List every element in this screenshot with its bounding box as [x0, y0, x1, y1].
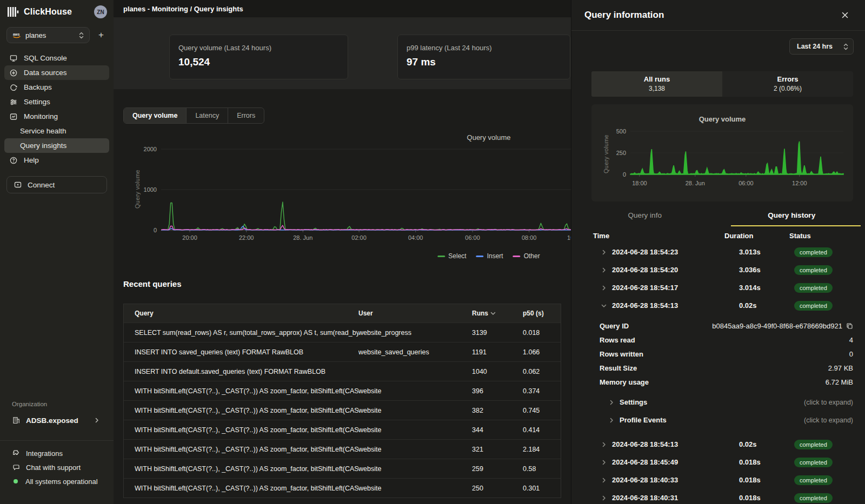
chevron-right-icon[interactable] [601, 442, 607, 447]
footer-item-chat-with-support[interactable]: Chat with support [0, 460, 114, 474]
table-row[interactable]: WITH bitShiftLeft(CAST(?..), _CAST(?..))… [124, 459, 561, 478]
service-selector[interactable]: aws planes [6, 27, 90, 43]
history-time: 2024-06-28 18:54:23 [591, 248, 723, 256]
chevron-right-icon[interactable] [601, 495, 607, 501]
sidebar: ClickHouse ZN aws planes + SQL ConsoleDa… [0, 0, 114, 504]
column-header-runs[interactable]: Runs [472, 310, 523, 317]
cell-query: WITH bitShiftLeft(CAST(?..), _CAST(?..))… [135, 446, 358, 453]
history-row[interactable]: 2024-06-28 18:40:310.018scompleted [591, 489, 853, 504]
cell-user: website_saved_queries [358, 348, 472, 356]
legend-label: Other [524, 252, 540, 260]
panel-header: Query information [571, 0, 865, 31]
add-service-button[interactable]: + [95, 30, 107, 41]
sidebar-item-label: Backups [24, 83, 52, 91]
legend-label: Insert [487, 252, 503, 260]
connect-button[interactable]: Connect [6, 176, 107, 193]
expandable-profile-events[interactable]: Profile Events(click to expand) [591, 411, 853, 429]
tab-query-history[interactable]: Query history [718, 205, 865, 226]
main-content: planes - Monitoring / Query insights Que… [114, 0, 571, 504]
table-row[interactable]: SELECT sum(read_rows) AS r, sum(total_ro… [124, 322, 561, 342]
table-row[interactable]: INSERT INTO saved_queries (text) FORMAT … [124, 342, 561, 361]
sidebar-item-query-insights[interactable]: Query insights [4, 138, 109, 153]
footer-item-all-systems-operational[interactable]: All systems operational [0, 474, 114, 488]
avatar[interactable]: ZN [94, 5, 107, 18]
segment-errors[interactable]: Errors2 (0.06%) [722, 71, 853, 97]
spacer [591, 389, 853, 393]
history-row[interactable]: 2024-06-28 18:54:130.02scompleted [591, 435, 853, 453]
history-time-value: 2024-06-28 18:45:49 [612, 458, 678, 466]
tab-query-info[interactable]: Query info [571, 205, 718, 226]
sidebar-item-settings[interactable]: Settings [4, 95, 109, 109]
svg-text:0: 0 [623, 171, 626, 178]
table-row[interactable]: WITH bitShiftLeft(CAST(?..), _CAST(?..))… [124, 381, 561, 400]
table-row[interactable]: WITH bitShiftLeft(CAST(?..), _CAST(?..))… [124, 420, 561, 439]
sidebar-item-sql-console[interactable]: SQL Console [4, 51, 109, 65]
building-icon [12, 416, 21, 425]
history-row[interactable]: 2024-06-28 18:54:233.013scompleted [591, 243, 853, 261]
cell-user: website [358, 446, 472, 453]
history-time: 2024-06-28 18:45:49 [591, 458, 723, 466]
chevron-right-icon[interactable] [601, 460, 607, 465]
svg-text:06:00: 06:00 [465, 234, 480, 241]
segment-all-runs[interactable]: All runs3,138 [591, 71, 722, 97]
table-row[interactable]: WITH bitShiftLeft(CAST(?..), _CAST(?..))… [124, 478, 561, 498]
sidebar-item-service-health[interactable]: Service health [4, 124, 109, 138]
sidebar-footer: IntegrationsChat with supportAll systems… [0, 446, 114, 488]
segment-label: All runs [591, 75, 722, 83]
svg-text:22:00: 22:00 [239, 234, 254, 241]
time-range-select[interactable]: Last 24 hrs [789, 38, 854, 55]
detail-label: Result Size [600, 364, 637, 372]
chevron-right-icon[interactable] [601, 285, 607, 291]
cell-p50: 0.018 [523, 329, 561, 337]
history-time: 2024-06-28 18:40:33 [591, 476, 723, 484]
legend-swatch [513, 256, 521, 257]
sql-console-icon [9, 54, 18, 63]
history-row[interactable]: 2024-06-28 18:40:330.018scompleted [591, 471, 853, 489]
brand-row: ClickHouse ZN [0, 0, 114, 22]
main-chart-legend: SelectInsertOther [437, 252, 540, 260]
legend-item-select[interactable]: Select [437, 252, 466, 260]
cell-runs: 382 [472, 407, 523, 414]
table-header-row: QueryUserRunsp50 (s) [124, 304, 561, 322]
cell-p50: 0.745 [523, 407, 561, 414]
close-icon[interactable] [840, 10, 850, 20]
history-row[interactable]: 2024-06-28 18:54:173.014scompleted [591, 279, 853, 297]
history-row[interactable]: 2024-06-28 18:54:130.02scompleted [591, 297, 853, 314]
table-row[interactable]: WITH bitShiftLeft(CAST(?..), _CAST(?..))… [124, 400, 561, 420]
detail-value-text: 0 [849, 350, 853, 358]
history-status: completed [788, 265, 853, 275]
cell-user: website [358, 485, 472, 492]
svg-text:20:00: 20:00 [182, 234, 197, 241]
runs-errors-segments: All runs3,138Errors2 (0.06%) [591, 71, 853, 97]
cell-runs: 344 [472, 426, 523, 434]
chevron-right-icon[interactable] [601, 250, 607, 255]
history-row[interactable]: 2024-06-28 18:54:203.036scompleted [591, 261, 853, 279]
history-row[interactable]: 2024-06-28 18:45:490.018scompleted [591, 453, 853, 471]
tab-query-volume[interactable]: Query volume [124, 108, 187, 123]
detail-value-text: 6.72 MiB [826, 378, 853, 386]
chevron-right-icon[interactable] [601, 267, 607, 273]
legend-item-insert[interactable]: Insert [476, 252, 503, 260]
sidebar-item-help[interactable]: Help [4, 153, 109, 167]
sort-desc-icon [490, 311, 496, 316]
sidebar-item-data-sources[interactable]: Data sources [4, 65, 109, 80]
legend-swatch [437, 256, 445, 257]
expandable-settings[interactable]: Settings(click to expand) [591, 393, 853, 411]
table-row[interactable]: INSERT INTO default.saved_queries (text)… [124, 361, 561, 381]
copy-icon[interactable] [846, 322, 853, 330]
mini-chart-card: Query volume Query volume 025050018:0028… [591, 104, 853, 201]
legend-item-other[interactable]: Other [513, 252, 540, 260]
history-status: completed [788, 458, 853, 467]
table-row[interactable]: WITH bitShiftLeft(CAST(?..), _CAST(?..))… [124, 439, 561, 459]
tab-errors[interactable]: Errors [228, 108, 264, 123]
tab-latency[interactable]: Latency [187, 108, 228, 123]
footer-item-integrations[interactable]: Integrations [0, 446, 114, 460]
legend-label: Select [448, 252, 466, 260]
sidebar-item-monitoring[interactable]: Monitoring [4, 109, 109, 124]
organization-item[interactable]: ADSB.exposed [0, 412, 114, 428]
chevron-down-icon[interactable] [601, 303, 607, 308]
detail-label: Rows read [600, 336, 635, 344]
sidebar-item-backups[interactable]: Backups [4, 80, 109, 95]
cell-p50: 0.414 [523, 426, 561, 434]
chevron-right-icon[interactable] [601, 478, 607, 483]
